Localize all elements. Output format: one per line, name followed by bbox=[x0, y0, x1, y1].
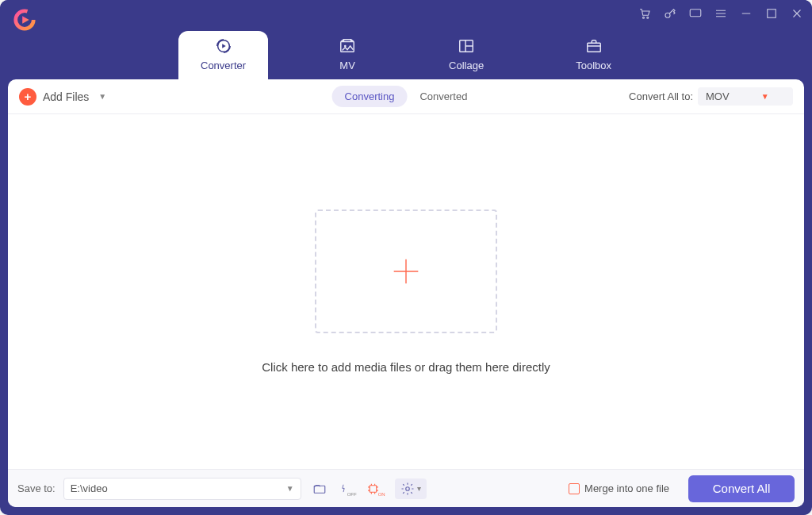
tab-label: Converter bbox=[201, 60, 246, 71]
settings-button[interactable]: ▾ bbox=[395, 478, 427, 499]
svg-rect-12 bbox=[587, 43, 600, 52]
chevron-down-icon: ▼ bbox=[286, 484, 294, 493]
svg-rect-13 bbox=[314, 486, 325, 493]
tab-label: Toolbox bbox=[576, 60, 611, 71]
window-controls bbox=[638, 6, 804, 21]
output-format-select[interactable]: MOV ▼ bbox=[698, 87, 793, 106]
save-path-select[interactable]: E:\video ▼ bbox=[63, 478, 301, 500]
merge-label: Merge into one file bbox=[584, 482, 669, 494]
checkbox-icon bbox=[569, 483, 580, 494]
chevron-down-icon: ▾ bbox=[417, 484, 421, 493]
svg-rect-6 bbox=[768, 10, 776, 18]
minimize-icon[interactable] bbox=[739, 6, 753, 21]
add-files-label: Add Files bbox=[43, 90, 89, 103]
chevron-down-icon: ▼ bbox=[761, 92, 769, 101]
app-window: Converter MV Collage Toolbox + Add Files… bbox=[0, 0, 812, 515]
app-logo bbox=[13, 8, 36, 32]
open-folder-button[interactable] bbox=[309, 478, 330, 499]
convert-all-button[interactable]: Convert All bbox=[688, 475, 795, 502]
svg-marker-1 bbox=[22, 16, 29, 23]
feedback-icon[interactable] bbox=[688, 6, 703, 21]
cart-icon[interactable] bbox=[638, 6, 652, 21]
menu-icon[interactable] bbox=[714, 6, 728, 21]
dropzone-hint: Click here to add media files or drag th… bbox=[262, 360, 550, 374]
main-tabs: Converter MV Collage Toolbox bbox=[0, 30, 812, 79]
high-speed-toggle[interactable]: OFF bbox=[338, 478, 358, 499]
tab-mv[interactable]: MV bbox=[316, 31, 379, 79]
svg-point-4 bbox=[665, 13, 670, 17]
content-panel: + Add Files ▼ Converting Converted Conve… bbox=[8, 79, 804, 507]
subtab-converting[interactable]: Converting bbox=[332, 86, 408, 107]
toolbar: + Add Files ▼ Converting Converted Conve… bbox=[8, 79, 804, 114]
svg-point-2 bbox=[643, 17, 645, 18]
svg-point-15 bbox=[405, 486, 409, 490]
svg-rect-14 bbox=[370, 485, 377, 492]
convert-all-to-label: Convert All to: bbox=[629, 90, 693, 102]
plus-icon bbox=[388, 253, 424, 290]
save-to-label: Save to: bbox=[17, 482, 56, 494]
maximize-icon[interactable] bbox=[764, 6, 779, 21]
chevron-down-icon: ▼ bbox=[98, 92, 106, 101]
tab-label: MV bbox=[339, 60, 355, 71]
sub-tabs: Converting Converted bbox=[332, 86, 481, 107]
svg-marker-8 bbox=[222, 44, 226, 48]
plus-icon: + bbox=[19, 88, 36, 106]
add-files-dropzone[interactable] bbox=[315, 209, 497, 333]
svg-point-3 bbox=[647, 17, 649, 18]
dropzone-area: Click here to add media files or drag th… bbox=[8, 114, 804, 469]
key-icon[interactable] bbox=[663, 6, 677, 21]
tab-toolbox[interactable]: Toolbox bbox=[553, 31, 634, 79]
tab-collage[interactable]: Collage bbox=[427, 31, 506, 79]
merge-checkbox[interactable]: Merge into one file bbox=[569, 482, 669, 494]
close-icon[interactable] bbox=[790, 6, 804, 21]
add-files-button[interactable]: + Add Files ▼ bbox=[19, 88, 106, 106]
tab-label: Collage bbox=[449, 60, 484, 71]
footer: Save to: E:\video ▼ OFF ON ▾ bbox=[8, 469, 804, 507]
convert-all-to: Convert All to: MOV ▼ bbox=[629, 87, 793, 106]
save-path-value: E:\video bbox=[71, 482, 108, 494]
tab-converter[interactable]: Converter bbox=[178, 31, 268, 79]
titlebar: Converter MV Collage Toolbox bbox=[0, 0, 812, 79]
gpu-acceleration-toggle[interactable]: ON bbox=[366, 478, 387, 499]
format-selected-value: MOV bbox=[706, 90, 730, 102]
subtab-converted[interactable]: Converted bbox=[407, 86, 480, 107]
